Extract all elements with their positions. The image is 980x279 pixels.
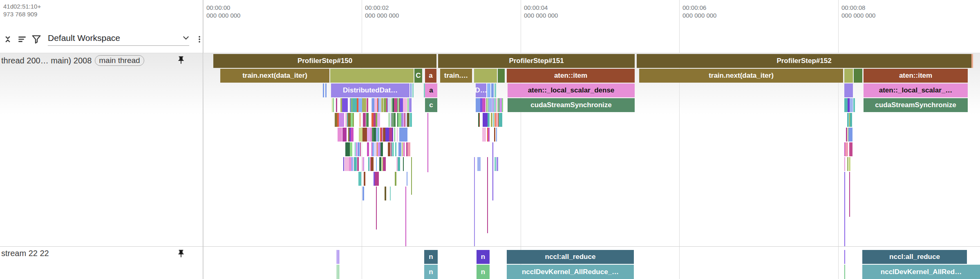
slice[interactable] <box>323 83 324 97</box>
slice[interactable] <box>854 69 862 83</box>
slice[interactable] <box>487 83 490 97</box>
flame-slice[interactable] <box>400 98 403 112</box>
flame-slice[interactable] <box>379 157 381 171</box>
flame-slice[interactable] <box>362 187 364 200</box>
flame-slice[interactable] <box>482 128 486 142</box>
flame-slice[interactable] <box>351 128 354 142</box>
flame-slice[interactable] <box>502 98 503 112</box>
flame-slice[interactable] <box>499 98 499 112</box>
slice[interactable] <box>338 265 339 279</box>
flame-slice[interactable] <box>399 128 403 142</box>
flame-slice[interactable] <box>494 157 496 171</box>
slice[interactable]: aten::item <box>864 69 968 83</box>
flame-slice[interactable] <box>350 142 352 156</box>
flame-slice[interactable] <box>397 128 398 142</box>
slice[interactable]: cudaStreamSynchronize <box>864 98 968 112</box>
flame-slice[interactable] <box>342 98 348 112</box>
flame-slice[interactable] <box>846 128 847 142</box>
slice[interactable]: aten::_local_scalar_… <box>864 83 968 97</box>
slice[interactable] <box>325 83 327 97</box>
flame-slice[interactable] <box>398 142 401 156</box>
flame-slice[interactable] <box>493 113 494 127</box>
slice[interactable]: C <box>414 69 422 83</box>
flame-slice[interactable] <box>358 98 362 112</box>
slice[interactable]: aten::item <box>507 69 635 83</box>
flame-slice[interactable] <box>492 142 493 200</box>
flame-slice[interactable] <box>355 142 356 156</box>
flame-slice[interactable] <box>844 98 848 112</box>
slice[interactable]: aten::_local_scalar_dense <box>508 83 635 97</box>
slice[interactable]: DistributedDat… <box>331 83 409 97</box>
flame-slice[interactable] <box>389 113 389 127</box>
flame-slice[interactable] <box>353 113 354 127</box>
slice[interactable] <box>337 250 338 264</box>
flame-slice[interactable] <box>388 142 390 156</box>
flame-slice[interactable] <box>358 142 360 156</box>
flame-slice[interactable] <box>849 172 850 217</box>
flame-slice[interactable] <box>380 142 383 156</box>
flame-slice[interactable] <box>367 128 370 142</box>
flame-slice[interactable] <box>847 113 849 127</box>
flame-slice[interactable] <box>497 157 498 171</box>
flame-slice[interactable] <box>848 157 850 171</box>
flame-slice[interactable] <box>497 98 498 112</box>
flame-slice[interactable] <box>845 142 848 156</box>
flame-slice[interactable] <box>385 128 389 142</box>
slice[interactable]: c <box>425 98 437 112</box>
flame-slice[interactable] <box>407 142 410 156</box>
flame-slice[interactable] <box>403 98 407 112</box>
flame-slice[interactable] <box>848 128 852 142</box>
slice[interactable]: nccl:all_reduce <box>862 250 967 264</box>
flame-slice[interactable] <box>403 157 404 171</box>
flame-slice[interactable] <box>496 113 497 127</box>
pin-icon[interactable] <box>177 249 186 258</box>
flame-slice[interactable] <box>409 98 412 112</box>
flame-slice[interactable] <box>345 157 349 171</box>
flame-slice[interactable] <box>360 113 360 127</box>
flame-slice[interactable] <box>482 98 486 112</box>
slice[interactable]: ncclDevKernel_AllRed… <box>862 265 980 279</box>
flame-slice[interactable] <box>849 142 852 156</box>
flame-slice[interactable] <box>343 157 344 171</box>
flame-slice[interactable] <box>392 142 394 156</box>
flame-slice[interactable] <box>496 98 497 112</box>
flame-slice[interactable] <box>375 172 379 186</box>
thread-track-label[interactable]: thread 200… main) 2008 main thread <box>1 55 144 66</box>
flame-slice[interactable] <box>379 128 380 142</box>
slice[interactable] <box>338 250 339 264</box>
flame-slice[interactable] <box>360 142 361 156</box>
slice[interactable]: n <box>477 250 490 264</box>
workspace-selector[interactable]: Default Workspace <box>48 33 189 46</box>
flame-slice[interactable] <box>410 113 412 127</box>
flame-slice[interactable] <box>339 113 344 127</box>
slice[interactable]: train.… <box>440 69 472 83</box>
flame-slice[interactable] <box>853 98 855 112</box>
flame-slice[interactable] <box>488 128 490 142</box>
flame-slice[interactable] <box>488 113 490 127</box>
flame-slice[interactable] <box>332 98 333 112</box>
slice[interactable] <box>330 69 414 83</box>
flame-slice[interactable] <box>363 113 366 127</box>
flame-slice[interactable] <box>487 157 488 233</box>
slice[interactable]: ProfilerStep#152 <box>637 54 971 68</box>
filter-icon[interactable] <box>31 34 42 45</box>
flame-slice[interactable] <box>378 98 379 112</box>
slice[interactable] <box>337 265 338 279</box>
flame-slice[interactable] <box>390 187 391 200</box>
flame-slice[interactable] <box>491 113 492 127</box>
flame-slice[interactable] <box>403 128 407 142</box>
flame-slice[interactable] <box>381 98 383 112</box>
flame-slice[interactable] <box>394 128 395 142</box>
slice[interactable] <box>844 69 853 83</box>
slice[interactable]: nccl:all_reduce <box>507 250 634 264</box>
flame-slice[interactable] <box>342 128 347 142</box>
flame-slice[interactable] <box>427 113 428 172</box>
flame-slice[interactable] <box>397 98 398 112</box>
stream-track-label[interactable]: stream 22 22 <box>1 249 49 258</box>
flame-slice[interactable] <box>377 113 380 127</box>
flame-slice[interactable] <box>366 113 369 127</box>
flame-slice[interactable] <box>357 157 359 171</box>
flame-slice[interactable] <box>387 98 388 112</box>
slice[interactable]: a <box>425 83 437 97</box>
slice[interactable]: D… <box>476 83 486 97</box>
